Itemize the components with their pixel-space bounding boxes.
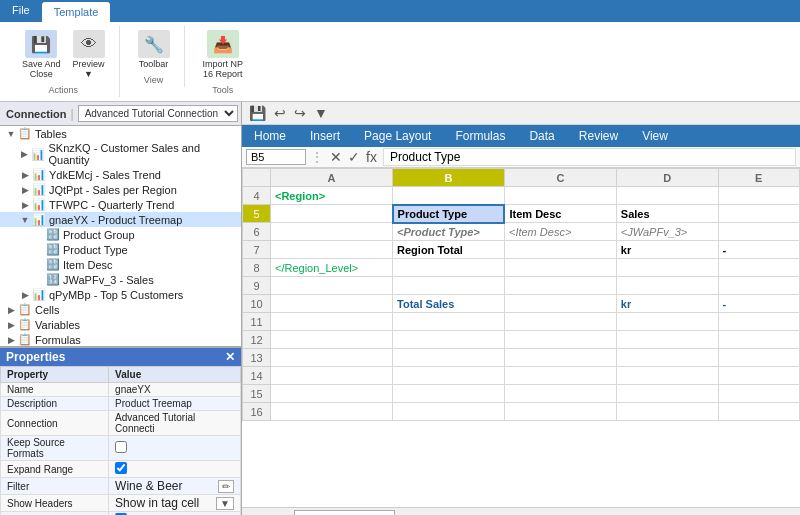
template-tab[interactable]: Template — [42, 2, 111, 22]
cell-e6[interactable] — [718, 223, 799, 241]
cell-b5[interactable]: Product Type — [393, 205, 505, 223]
cell-e10[interactable]: - — [718, 295, 799, 313]
cell-d13[interactable] — [616, 349, 718, 367]
connection-dropdown[interactable]: Advanced Tutorial Connection — [78, 105, 238, 122]
save-qa-button[interactable]: 💾 — [246, 104, 269, 122]
cell-b9[interactable] — [393, 277, 505, 295]
cell-e13[interactable] — [718, 349, 799, 367]
cell-b15[interactable] — [393, 385, 505, 403]
cell-a13[interactable] — [271, 349, 393, 367]
sheet-ellipsis[interactable]: ... — [276, 512, 294, 516]
insert-function-button[interactable]: fx — [364, 149, 379, 165]
col-a-header[interactable]: A — [271, 169, 393, 187]
cell-d14[interactable] — [616, 367, 718, 385]
cell-d6[interactable]: <JWaPFv_3> — [616, 223, 718, 241]
tree-item-skzn[interactable]: ▶ 📊 SKnzKQ - Customer Sales and Quantity — [0, 141, 241, 167]
cell-b16[interactable] — [393, 403, 505, 421]
cell-b13[interactable] — [393, 349, 505, 367]
sheet-scroll-left-button[interactable]: ◁ — [766, 512, 779, 516]
cell-e7[interactable]: - — [718, 241, 799, 259]
cell-d7[interactable]: kr — [616, 241, 718, 259]
cell-d15[interactable] — [616, 385, 718, 403]
cell-d12[interactable] — [616, 331, 718, 349]
filter-edit-button[interactable]: ✏ — [218, 480, 234, 493]
cell-c7[interactable] — [504, 241, 616, 259]
col-b-header[interactable]: B — [393, 169, 505, 187]
tree-item-top5[interactable]: ▶ 📊 qPyMBp - Top 5 Customers — [0, 287, 241, 302]
cell-c8[interactable] — [504, 259, 616, 277]
tree-item-ydk[interactable]: ▶ 📊 YdkEMcj - Sales Trend — [0, 167, 241, 182]
cell-c11[interactable] — [504, 313, 616, 331]
cell-e16[interactable] — [718, 403, 799, 421]
cell-d10[interactable]: kr — [616, 295, 718, 313]
add-sheet-button[interactable]: ⊕ — [395, 511, 423, 516]
cell-reference-box[interactable] — [246, 149, 306, 165]
cell-e11[interactable] — [718, 313, 799, 331]
cell-e14[interactable] — [718, 367, 799, 385]
sheet-scroll-right-button[interactable]: ▷ — [783, 512, 796, 516]
cell-e4[interactable] — [718, 187, 799, 205]
cell-c15[interactable] — [504, 385, 616, 403]
tree-item-jqt[interactable]: ▶ 📊 JQtPpt - Sales per Region — [0, 182, 241, 197]
cell-a10[interactable] — [271, 295, 393, 313]
cell-b10[interactable]: Total Sales — [393, 295, 505, 313]
menu-page-layout[interactable]: Page Layout — [352, 125, 443, 147]
cell-c16[interactable] — [504, 403, 616, 421]
cell-b12[interactable] — [393, 331, 505, 349]
import-button[interactable]: 📥 Import NP16 Report — [199, 28, 248, 81]
tree-tables-folder[interactable]: ▼ 📋 Tables — [0, 126, 241, 141]
menu-home[interactable]: Home — [242, 125, 298, 147]
cancel-formula-button[interactable]: ✕ — [328, 149, 344, 165]
cell-a14[interactable] — [271, 367, 393, 385]
tree-item-tfw[interactable]: ▶ 📊 TFWPC - Quarterly Trend — [0, 197, 241, 212]
cell-c9[interactable] — [504, 277, 616, 295]
ksf-checkbox[interactable] — [115, 441, 127, 453]
properties-close-button[interactable]: ✕ — [225, 350, 235, 364]
cell-c12[interactable] — [504, 331, 616, 349]
cell-a12[interactable] — [271, 331, 393, 349]
undo-button[interactable]: ↩ — [271, 104, 289, 122]
expand-checkbox[interactable] — [115, 462, 127, 474]
menu-insert[interactable]: Insert — [298, 125, 352, 147]
col-c-header[interactable]: C — [504, 169, 616, 187]
cell-c14[interactable] — [504, 367, 616, 385]
cell-b4[interactable] — [393, 187, 505, 205]
cell-a4[interactable]: <Region> — [271, 187, 393, 205]
cell-a16[interactable] — [271, 403, 393, 421]
menu-view[interactable]: View — [630, 125, 680, 147]
cell-b14[interactable] — [393, 367, 505, 385]
cell-a8[interactable]: </Region_Level> — [271, 259, 393, 277]
cell-d8[interactable] — [616, 259, 718, 277]
sheet-tab-wine-beer[interactable]: Wine and beer — [294, 510, 395, 516]
tree-formulas-folder[interactable]: ▶ 📋 Formulas — [0, 332, 241, 347]
cell-b11[interactable] — [393, 313, 505, 331]
cell-a5[interactable] — [271, 205, 393, 223]
cell-e9[interactable] — [718, 277, 799, 295]
cell-c5[interactable]: Item Desc — [504, 205, 616, 223]
sheet-nav-left[interactable]: ◀ — [242, 512, 259, 516]
cell-c6[interactable]: <Item Desc> — [504, 223, 616, 241]
cell-a11[interactable] — [271, 313, 393, 331]
tree-item-itemdesc[interactable]: 🔡 Item Desc — [0, 257, 241, 272]
tree-cells-folder[interactable]: ▶ 📋 Cells — [0, 302, 241, 317]
save-close-button[interactable]: 💾 Save AndClose — [18, 28, 65, 81]
cell-a15[interactable] — [271, 385, 393, 403]
menu-formulas[interactable]: Formulas — [443, 125, 517, 147]
preview-button[interactable]: 👁 Preview▼ — [69, 28, 109, 81]
connection-tab-1[interactable]: Connection — [6, 108, 67, 120]
formula-bar-input[interactable] — [383, 148, 796, 166]
sheet-nav-right[interactable]: ▶ — [259, 512, 276, 516]
redo-button[interactable]: ↪ — [291, 104, 309, 122]
menu-data[interactable]: Data — [517, 125, 566, 147]
cell-e15[interactable] — [718, 385, 799, 403]
col-d-header[interactable]: D — [616, 169, 718, 187]
tree-item-gnae[interactable]: ▼ 📊 gnaeYX - Product Treemap — [0, 212, 241, 227]
cell-e8[interactable] — [718, 259, 799, 277]
cell-b6[interactable]: <Product Type> — [393, 223, 505, 241]
cell-d11[interactable] — [616, 313, 718, 331]
confirm-formula-button[interactable]: ✓ — [346, 149, 362, 165]
tree-variables-folder[interactable]: ▶ 📋 Variables — [0, 317, 241, 332]
qa-dropdown-button[interactable]: ▼ — [311, 104, 331, 122]
cell-d16[interactable] — [616, 403, 718, 421]
cell-d9[interactable] — [616, 277, 718, 295]
